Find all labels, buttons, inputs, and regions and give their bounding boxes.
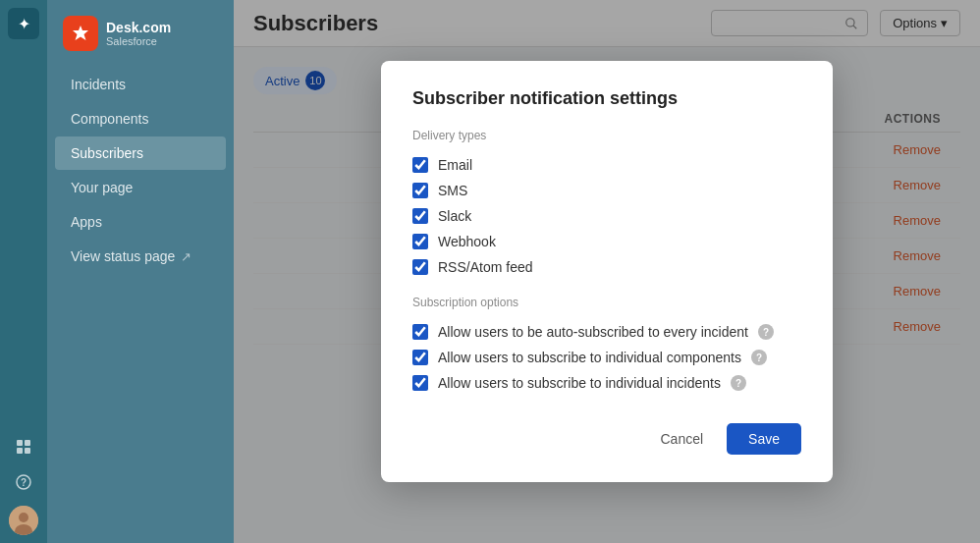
email-checkbox[interactable] [412, 157, 428, 173]
main-content: Subscribers Options ▾ Active 10 Actions … [234, 0, 980, 543]
subscription-options-label: Subscription options [412, 296, 801, 309]
save-button[interactable]: Save [727, 423, 801, 455]
checkbox-webhook: Webhook [412, 229, 801, 254]
svg-text:?: ? [21, 477, 27, 488]
checkbox-email: Email [412, 152, 801, 178]
webhook-label: Webhook [438, 234, 496, 249]
svg-rect-0 [17, 440, 23, 446]
help-icon[interactable]: ? [8, 466, 39, 498]
auto-subscribed-checkbox[interactable] [412, 324, 428, 340]
sidebar-item-apps[interactable]: Apps [55, 205, 226, 239]
sidebar-item-subscribers[interactable]: Subscribers [55, 136, 226, 170]
auto-subscribed-label: Allow users to be auto-subscribed to eve… [438, 324, 748, 340]
checkbox-individual-components: Allow users to subscribe to individual c… [412, 345, 801, 370]
svg-point-7 [19, 513, 28, 522]
sidebar-logo-text: Desk.com Salesforce [106, 20, 171, 48]
modal-title: Subscriber notification settings [412, 88, 801, 109]
checkbox-individual-incidents: Allow users to subscribe to individual i… [412, 370, 801, 396]
email-label: Email [438, 157, 472, 173]
individual-components-checkbox[interactable] [412, 350, 428, 365]
rss-checkbox[interactable] [412, 259, 428, 275]
individual-incidents-help-icon[interactable]: ? [731, 375, 746, 391]
rss-label: RSS/Atom feed [438, 259, 533, 275]
modal-actions: Cancel Save [412, 423, 801, 455]
slack-label: Slack [438, 208, 471, 224]
sidebar-item-components[interactable]: Components [55, 102, 226, 136]
sidebar: Desk.com Salesforce Incidents Components… [47, 0, 234, 543]
sms-checkbox[interactable] [412, 183, 428, 198]
icon-bar: ✦ ? [0, 0, 47, 543]
product-logo-icon [63, 16, 98, 51]
individual-components-help-icon[interactable]: ? [751, 350, 767, 365]
auto-subscribed-help-icon[interactable]: ? [758, 324, 774, 340]
delivery-types-label: Delivery types [412, 129, 801, 142]
checkbox-sms: SMS [412, 178, 801, 203]
sms-label: SMS [438, 183, 467, 198]
sidebar-item-view-status[interactable]: View status page ↗ [55, 240, 226, 273]
svg-rect-1 [25, 440, 30, 446]
individual-incidents-checkbox[interactable] [412, 375, 428, 391]
individual-incidents-label: Allow users to subscribe to individual i… [438, 375, 721, 391]
individual-components-label: Allow users to subscribe to individual c… [438, 350, 741, 365]
slack-checkbox[interactable] [412, 208, 428, 224]
webhook-checkbox[interactable] [412, 234, 428, 249]
checkbox-rss: RSS/Atom feed [412, 254, 801, 280]
external-link-icon: ↗ [181, 249, 191, 264]
app-logo-icon: ✦ [8, 8, 39, 39]
sidebar-item-incidents[interactable]: Incidents [55, 68, 226, 101]
modal-overlay: Subscriber notification settings Deliver… [234, 0, 980, 543]
modal-dialog: Subscriber notification settings Deliver… [381, 61, 833, 482]
sidebar-logo: Desk.com Salesforce [47, 8, 234, 67]
checkbox-auto-subscribed: Allow users to be auto-subscribed to eve… [412, 319, 801, 345]
svg-rect-2 [17, 448, 23, 454]
sidebar-item-your-page[interactable]: Your page [55, 171, 226, 204]
grid-icon[interactable] [8, 431, 39, 462]
cancel-button[interactable]: Cancel [648, 423, 715, 455]
user-avatar[interactable] [9, 506, 38, 535]
checkbox-slack: Slack [412, 203, 801, 229]
svg-rect-3 [25, 448, 30, 454]
